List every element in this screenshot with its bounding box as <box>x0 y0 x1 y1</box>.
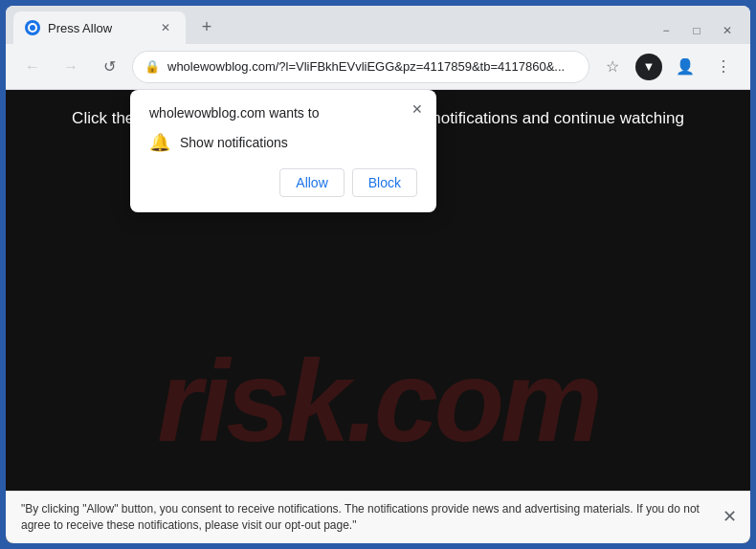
menu-button[interactable]: ⋮ <box>708 52 739 82</box>
reload-icon: ↺ <box>103 57 116 76</box>
bell-icon: 🔔 <box>149 132 170 153</box>
close-button[interactable]: ✕ <box>720 23 735 38</box>
maximize-button[interactable]: □ <box>689 23 704 38</box>
bottom-bar-close-icon: ✕ <box>723 508 737 527</box>
popup-permission-text: Show notifications <box>180 135 288 150</box>
menu-icon: ⋮ <box>716 57 731 76</box>
toolbar: ← → ↺ 🔒 wholewowblog.com/?l=VliFBkhEVvli… <box>6 44 750 90</box>
tab-close-button[interactable]: ✕ <box>157 19 174 36</box>
download-icon: ▼ <box>643 59 656 74</box>
forward-button[interactable]: → <box>56 52 86 82</box>
new-tab-button[interactable]: + <box>193 13 220 40</box>
reload-button[interactable]: ↺ <box>94 52 124 82</box>
watermark-text: risk.com <box>157 335 599 467</box>
allow-button[interactable]: Allow <box>279 168 344 197</box>
browser-window: Press Allow ✕ + − □ ✕ ← → ↺ 🔒 wholewowbl… <box>6 6 750 543</box>
favicon-globe <box>28 23 37 33</box>
active-tab[interactable]: Press Allow ✕ <box>13 11 186 44</box>
profile-button[interactable]: 👤 <box>670 52 700 82</box>
profile-icon: 👤 <box>676 57 695 76</box>
bottom-bar-text: "By clicking "Allow" button, you consent… <box>21 502 700 532</box>
back-button[interactable]: ← <box>17 52 48 82</box>
star-icon: ☆ <box>606 57 619 76</box>
minimize-button[interactable]: − <box>658 23 674 38</box>
bookmark-button[interactable]: ☆ <box>597 52 628 82</box>
back-icon: ← <box>25 58 40 76</box>
tab-bar: Press Allow ✕ + − □ ✕ <box>6 6 750 44</box>
address-bar[interactable]: 🔒 wholewowblog.com/?l=VliFBkhEVvliEGG&pz… <box>132 51 589 83</box>
block-button[interactable]: Block <box>352 168 417 197</box>
window-controls: − □ ✕ <box>658 23 743 44</box>
tab-favicon <box>25 20 40 35</box>
content-area: Click the «Allow» button to subscribe to… <box>6 90 750 543</box>
permission-popup: ✕ wholewowblog.com wants to 🔔 Show notif… <box>130 90 436 212</box>
bottom-bar: "By clicking "Allow" button, you consent… <box>6 491 750 543</box>
lock-icon: 🔒 <box>145 59 160 74</box>
forward-icon: → <box>63 58 78 76</box>
popup-close-button[interactable]: ✕ <box>408 99 427 119</box>
tab-title: Press Allow <box>48 21 149 35</box>
popup-buttons: Allow Block <box>149 168 417 197</box>
close-icon: ✕ <box>411 101 423 117</box>
bottom-bar-close-button[interactable]: ✕ <box>723 506 737 530</box>
url-text: wholewowblog.com/?l=VliFBkhEVvliEGG&pz=4… <box>167 59 577 74</box>
popup-permission-row: 🔔 Show notifications <box>149 132 417 153</box>
cta-prefix: Click the <box>72 109 139 127</box>
download-indicator[interactable]: ▼ <box>635 54 662 80</box>
popup-site-text: wholewowblog.com wants to <box>149 105 417 121</box>
